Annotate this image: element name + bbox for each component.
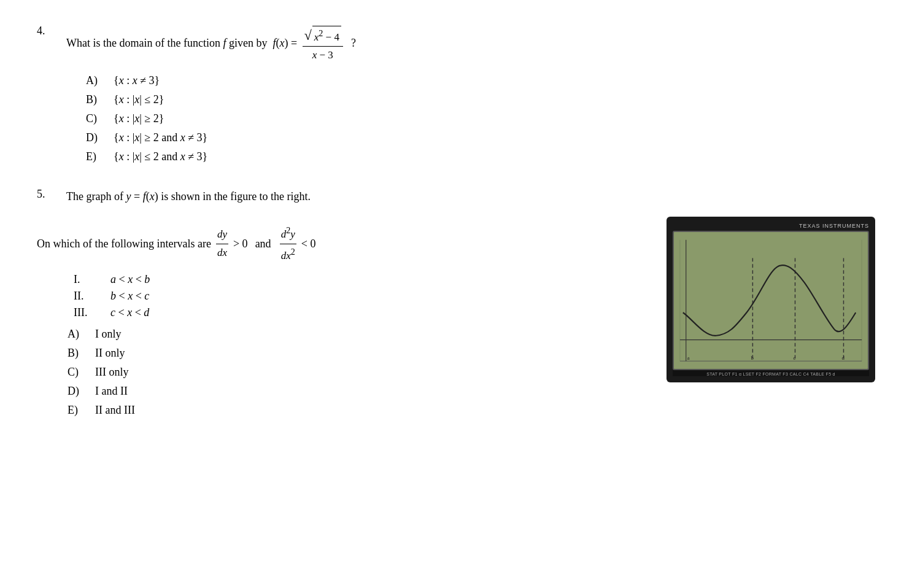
answer-4d: D) {x : |x| ≥ 2 and x ≠ 3} [86, 131, 875, 144]
svg-rect-0 [674, 234, 868, 367]
d2y-dx2-fraction: d2y dx2 [280, 223, 296, 265]
answer-4b: B) {x : |x| ≤ 2} [86, 93, 875, 106]
svg-text:c: c [794, 355, 796, 361]
sqrt-expression: √ x2 − 4 [304, 25, 341, 46]
svg-text:d: d [842, 355, 845, 361]
fraction-denominator: x − 3 [311, 47, 335, 63]
intervals-list: I. a < x < b II. b < x < c III. c < x < … [74, 273, 642, 319]
question-5-body: On which of the following intervals are … [37, 217, 875, 423]
question-5-text: The graph of y = f(x) is shown in the fi… [66, 188, 311, 206]
answer-4e: E) {x : |x| ≤ 2 and x ≠ 3} [86, 150, 875, 163]
question-5-number: 5. [37, 188, 55, 201]
question-4-text: What is the domain of the function f giv… [66, 25, 356, 63]
calc-screen: a b c d [673, 231, 869, 370]
answer-5d: D) I and II [68, 385, 642, 398]
svg-text:a: a [687, 355, 690, 361]
question-5: 5. The graph of y = f(x) is shown in the… [37, 188, 875, 423]
function-fraction: √ x2 − 4 x − 3 [303, 25, 343, 63]
svg-text:b: b [751, 355, 754, 361]
question-4: 4. What is the domain of the function f … [37, 25, 875, 163]
graph-svg: a b c d [674, 232, 868, 369]
calculator: TEXAS INSTRUMENTS [667, 217, 875, 382]
interval-III: III. c < x < d [74, 306, 642, 319]
answer-4c: C) {x : |x| ≥ 2} [86, 112, 875, 125]
answer-5a: A) I only [68, 328, 642, 341]
dy-dx-fraction: dy dx [216, 226, 228, 262]
answer-5b: B) II only [68, 347, 642, 360]
calc-brand: TEXAS INSTRUMENTS [673, 223, 869, 229]
answer-4a: A) {x : x ≠ 3} [86, 74, 875, 87]
answer-5e: E) II and III [68, 404, 642, 417]
calculator-figure: TEXAS INSTRUMENTS [667, 217, 875, 382]
question-4-number: 4. [37, 25, 55, 37]
interval-I: I. a < x < b [74, 273, 642, 286]
answer-5c: C) III only [68, 366, 642, 379]
calc-bottom-bar: STAT PLOT F1 α LSET F2 FORMAT F3 CALC C4… [673, 370, 869, 376]
question-5-left: On which of the following intervals are … [37, 217, 642, 423]
question-4-answers: A) {x : x ≠ 3} B) {x : |x| ≤ 2} C) {x : … [86, 74, 875, 163]
on-which-line: On which of the following intervals are … [37, 223, 642, 265]
fraction-numerator: √ x2 − 4 [303, 25, 343, 47]
interval-II: II. b < x < c [74, 290, 642, 303]
question-5-answers: A) I only B) II only C) III only D) I an… [68, 328, 642, 417]
